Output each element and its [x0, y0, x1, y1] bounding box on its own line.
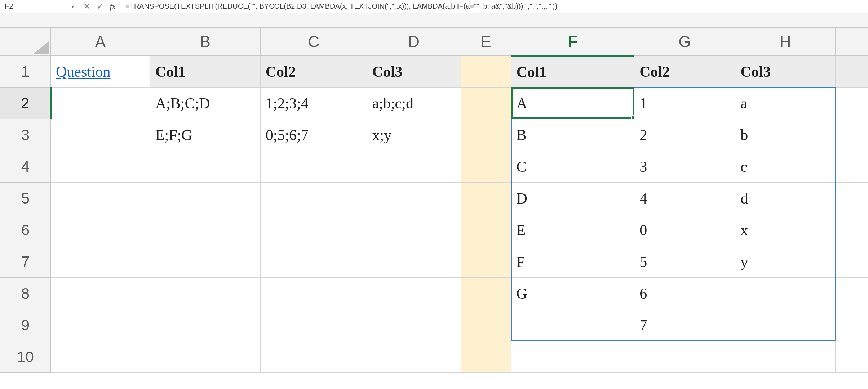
- cell-C2[interactable]: 1;2;3;4: [260, 88, 367, 119]
- cell-I3[interactable]: [835, 119, 868, 151]
- cell-H3[interactable]: b: [735, 119, 836, 151]
- cell-D7[interactable]: [367, 246, 461, 278]
- fx-icon[interactable]: fx: [110, 2, 116, 11]
- cell-F2[interactable]: A: [511, 88, 634, 119]
- cell-E9[interactable]: [461, 309, 511, 341]
- cell-F6[interactable]: E: [511, 214, 634, 246]
- col-header-A[interactable]: A: [50, 28, 150, 56]
- row-header-7[interactable]: 7: [0, 246, 51, 278]
- cell-I9[interactable]: [835, 309, 868, 341]
- cell-B6[interactable]: [150, 214, 260, 246]
- cell-E10[interactable]: [461, 341, 511, 373]
- cell-G9[interactable]: 7: [634, 309, 735, 341]
- select-all-corner[interactable]: [0, 28, 51, 56]
- cell-H5[interactable]: d: [735, 183, 836, 214]
- cell-E4[interactable]: [461, 151, 511, 183]
- accept-icon[interactable]: ✓: [97, 1, 104, 12]
- cell-B5[interactable]: [150, 183, 260, 214]
- cell-E6[interactable]: [461, 214, 511, 246]
- cell-F5[interactable]: D: [511, 183, 634, 214]
- cell-I2[interactable]: [835, 88, 868, 119]
- cell-H6[interactable]: x: [735, 214, 836, 246]
- cell-B9[interactable]: [150, 309, 260, 341]
- spreadsheet-grid[interactable]: A B C D E F G H 1 Question Col1 Col2 Col…: [0, 27, 868, 373]
- cell-C4[interactable]: [260, 151, 367, 183]
- cell-I5[interactable]: [835, 183, 868, 214]
- cell-B2[interactable]: A;B;C;D: [150, 88, 260, 119]
- cell-C8[interactable]: [260, 278, 367, 309]
- cell-B7[interactable]: [150, 246, 260, 278]
- cell-C9[interactable]: [260, 309, 367, 341]
- cell-B3[interactable]: E;F;G: [150, 119, 260, 151]
- formula-input[interactable]: =TRANSPOSE(TEXTSPLIT(REDUCE("", BYCOL(B2…: [121, 0, 868, 13]
- cell-I1[interactable]: [835, 56, 868, 88]
- cell-H8[interactable]: [735, 278, 836, 309]
- cell-G6[interactable]: 0: [634, 214, 735, 246]
- cell-H4[interactable]: c: [735, 151, 836, 183]
- cell-A3[interactable]: [50, 119, 150, 151]
- cell-G5[interactable]: 4: [634, 183, 735, 214]
- cell-G7[interactable]: 5: [634, 246, 735, 278]
- cell-E8[interactable]: [461, 278, 511, 309]
- cell-C10[interactable]: [260, 341, 367, 373]
- cell-F9[interactable]: [511, 309, 634, 341]
- col-header-C[interactable]: C: [260, 28, 367, 56]
- cell-D6[interactable]: [367, 214, 461, 246]
- cell-C6[interactable]: [260, 214, 367, 246]
- cell-F10[interactable]: [511, 341, 634, 373]
- cell-G2[interactable]: 1: [634, 88, 735, 119]
- cell-I7[interactable]: [835, 246, 868, 278]
- row-header-8[interactable]: 8: [0, 278, 51, 309]
- col-header-G[interactable]: G: [634, 28, 735, 56]
- cell-C7[interactable]: [260, 246, 367, 278]
- cell-E2[interactable]: [461, 88, 511, 119]
- cell-D1[interactable]: Col3: [367, 56, 461, 88]
- cell-B1[interactable]: Col1: [150, 56, 260, 88]
- cell-G10[interactable]: [634, 341, 735, 373]
- cell-B10[interactable]: [150, 341, 260, 373]
- row-header-4[interactable]: 4: [0, 151, 51, 183]
- cell-A10[interactable]: [50, 341, 150, 373]
- cell-I4[interactable]: [835, 151, 868, 183]
- row-header-10[interactable]: 10: [0, 341, 51, 373]
- cell-C3[interactable]: 0;5;6;7: [260, 119, 367, 151]
- cell-H9[interactable]: [735, 309, 836, 341]
- cell-D4[interactable]: [367, 151, 461, 183]
- name-box-chevron-down-icon[interactable]: ▾: [71, 4, 74, 9]
- col-header-H[interactable]: H: [735, 28, 836, 56]
- cell-F7[interactable]: F: [511, 246, 634, 278]
- row-header-5[interactable]: 5: [0, 183, 51, 214]
- row-header-1[interactable]: 1: [0, 56, 51, 88]
- cell-B4[interactable]: [150, 151, 260, 183]
- cell-A1[interactable]: Question: [50, 56, 150, 88]
- cell-D10[interactable]: [367, 341, 461, 373]
- row-header-9[interactable]: 9: [0, 309, 51, 341]
- cell-D5[interactable]: [367, 183, 461, 214]
- cell-A7[interactable]: [50, 246, 150, 278]
- cell-C1[interactable]: Col2: [260, 56, 367, 88]
- cell-H10[interactable]: [735, 341, 836, 373]
- cell-H2[interactable]: a: [735, 88, 836, 119]
- cell-D3[interactable]: x;y: [367, 119, 461, 151]
- cell-F1[interactable]: Col1: [511, 56, 634, 88]
- cell-G8[interactable]: 6: [634, 278, 735, 309]
- cell-G3[interactable]: 2: [634, 119, 735, 151]
- cell-A6[interactable]: [50, 214, 150, 246]
- cell-H1[interactable]: Col3: [735, 56, 836, 88]
- cell-E3[interactable]: [461, 119, 511, 151]
- cell-I6[interactable]: [835, 214, 868, 246]
- cell-I10[interactable]: [835, 341, 868, 373]
- cell-E5[interactable]: [461, 183, 511, 214]
- cell-F4[interactable]: C: [511, 151, 634, 183]
- cell-A9[interactable]: [50, 309, 150, 341]
- cell-D9[interactable]: [367, 309, 461, 341]
- cell-E7[interactable]: [461, 246, 511, 278]
- cell-D2[interactable]: a;b;c;d: [367, 88, 461, 119]
- cell-F3[interactable]: B: [511, 119, 634, 151]
- col-header-E[interactable]: E: [461, 28, 511, 56]
- row-header-6[interactable]: 6: [0, 214, 51, 246]
- cell-G1[interactable]: Col2: [634, 56, 735, 88]
- cell-C5[interactable]: [260, 183, 367, 214]
- cell-H7[interactable]: y: [735, 246, 836, 278]
- col-header-D[interactable]: D: [367, 28, 461, 56]
